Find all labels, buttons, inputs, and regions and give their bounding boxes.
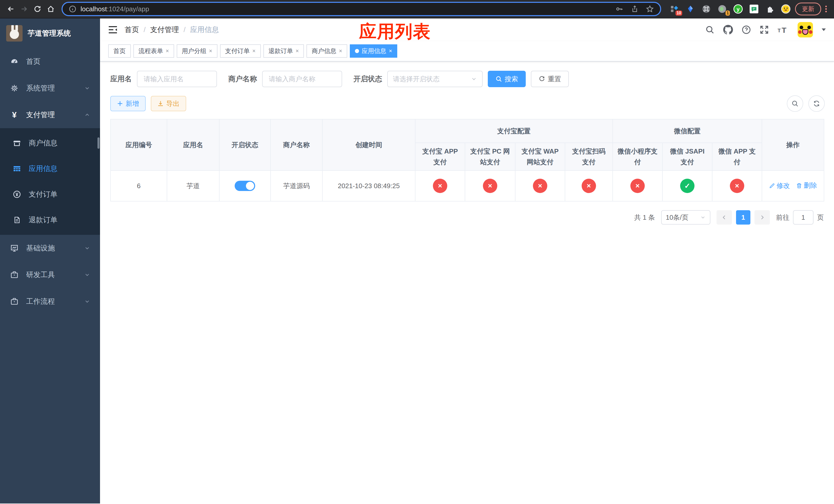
extension-grid-icon[interactable]: 10 — [670, 4, 680, 14]
tag-app-info[interactable]: 应用信息× — [350, 44, 397, 58]
show-search-button[interactable] — [787, 95, 803, 112]
col-alipay-wap: 支付宝 WAP 网站支付 — [515, 143, 565, 170]
home-icon[interactable] — [44, 2, 58, 16]
close-icon[interactable]: × — [296, 48, 299, 54]
breadcrumb-payment[interactable]: 支付管理 — [150, 25, 179, 35]
sidebar-item-merchant-info[interactable]: 商户信息 — [0, 130, 100, 156]
bookmark-star-icon[interactable] — [646, 5, 654, 13]
app-name-input[interactable] — [137, 71, 217, 87]
search-button[interactable]: 搜索 — [488, 71, 526, 87]
pagination-total: 共 1 条 — [634, 213, 655, 222]
profile-avatar-icon[interactable] — [781, 4, 791, 14]
col-app-id: 应用编号 — [111, 119, 167, 170]
site-info-icon[interactable] — [69, 5, 76, 13]
header-search-icon[interactable] — [705, 25, 715, 35]
sidebar-item-payment-order[interactable]: 支付订单 — [0, 182, 100, 207]
cell-actions: 修改删除 — [762, 170, 824, 201]
close-icon[interactable]: × — [209, 48, 212, 54]
close-icon[interactable]: × — [166, 48, 169, 54]
avatar-caret-icon[interactable] — [822, 28, 826, 31]
sidebar-item-system[interactable]: 系统管理 — [0, 75, 100, 101]
status-select[interactable]: 请选择开启状态 — [387, 71, 483, 87]
tag-user-group[interactable]: 用户分组× — [177, 44, 218, 58]
tag-refund-order[interactable]: 退款订单× — [263, 44, 304, 58]
table-toolbar: 新增 导出 — [110, 95, 825, 112]
add-button[interactable]: 新增 — [110, 96, 146, 111]
close-icon[interactable]: × — [253, 48, 256, 54]
address-bar[interactable]: localhost:1024/pay/app — [62, 2, 661, 16]
col-app-name: 应用名 — [167, 119, 219, 170]
edit-link[interactable]: 修改 — [769, 181, 790, 190]
back-icon[interactable] — [4, 2, 18, 16]
fullscreen-icon[interactable] — [760, 25, 769, 35]
download-icon — [157, 100, 163, 107]
page-number-current[interactable]: 1 — [736, 210, 750, 225]
help-icon[interactable] — [742, 25, 751, 35]
close-icon[interactable]: × — [389, 48, 392, 54]
sidebar-item-dev-tools[interactable]: 研发工具 — [0, 261, 100, 288]
breadcrumb-home[interactable]: 首页 — [125, 25, 139, 35]
extension-kite-icon[interactable] — [685, 4, 696, 14]
prev-page-button[interactable] — [717, 210, 732, 225]
tag-home[interactable]: 首页 — [108, 44, 131, 58]
font-size-icon[interactable]: TT — [777, 25, 789, 35]
yen-icon: ¥ — [10, 110, 19, 120]
col-alipay-pc: 支付宝 PC 网站支付 — [465, 143, 515, 170]
browser-update-button[interactable]: 更新 — [795, 3, 821, 15]
user-avatar[interactable] — [797, 22, 813, 38]
chevron-down-icon — [84, 85, 90, 91]
breadcrumb-separator: / — [184, 26, 186, 34]
search-icon — [496, 76, 502, 82]
enabled-toggle[interactable] — [235, 181, 255, 191]
extension-y-icon[interactable]: y — [733, 4, 743, 14]
reload-icon[interactable] — [31, 2, 44, 16]
github-icon[interactable] — [723, 25, 733, 35]
browser-menu-icon[interactable] — [825, 6, 827, 12]
col-wechat-app: 微信 APP 支付 — [712, 143, 762, 170]
reset-button[interactable]: 重置 — [531, 71, 569, 87]
payment-submenu: 商户信息 应用信息 支付订单 退款订单 — [0, 128, 100, 235]
password-key-icon[interactable] — [615, 5, 624, 13]
forward-icon[interactable] — [18, 2, 31, 16]
sidebar-item-workflow[interactable]: 工作流程 — [0, 288, 100, 315]
export-button[interactable]: 导出 — [151, 96, 186, 111]
app-name-label: 应用名 — [110, 74, 132, 84]
yen-circle-icon — [12, 190, 22, 199]
browser-toolbar: localhost:1024/pay/app 10 1 y 更新 — [0, 0, 834, 19]
extensions-puzzle-icon[interactable] — [765, 4, 775, 14]
col-created: 创建时间 — [322, 119, 415, 170]
extension-status-icon[interactable]: 1 — [717, 4, 727, 14]
extension-badge: 10 — [676, 10, 682, 16]
sidebar-item-payment[interactable]: ¥ 支付管理 — [0, 101, 100, 128]
tag-process-form[interactable]: 流程表单× — [133, 44, 174, 58]
sidebar-item-refund-order[interactable]: 退款订单 — [0, 207, 100, 233]
col-actions: 操作 — [762, 119, 824, 170]
cell-app-name: 芋道 — [167, 170, 219, 201]
collapse-sidebar-icon[interactable] — [108, 26, 117, 34]
sidebar: 芋道管理系统 首页 系统管理 ¥ 支付管理 商户信息 应用信息 — [0, 19, 100, 503]
cross-icon: × — [433, 179, 447, 193]
cross-icon: × — [730, 179, 744, 193]
chevron-down-icon — [84, 272, 90, 278]
tag-merchant-info[interactable]: 商户信息× — [306, 44, 347, 58]
refresh-table-button[interactable] — [808, 95, 825, 112]
sidebar-item-home[interactable]: 首页 — [0, 48, 100, 75]
extension-chat-icon[interactable] — [749, 4, 759, 14]
tag-payment-order[interactable]: 支付订单× — [220, 44, 261, 58]
next-page-button[interactable] — [754, 210, 770, 225]
delete-link[interactable]: 删除 — [796, 181, 817, 190]
close-icon[interactable]: × — [339, 48, 342, 54]
page-size-select[interactable]: 10条/页 — [661, 210, 710, 225]
goto-page-input[interactable] — [793, 210, 813, 225]
extension-command-icon[interactable] — [701, 4, 711, 14]
cross-icon: × — [581, 179, 596, 193]
page-content: 应用名 商户名称 开启状态 请选择开启状态 搜索 重置 — [100, 62, 834, 503]
share-icon[interactable] — [631, 5, 639, 13]
app-logo-row[interactable]: 芋道管理系统 — [0, 19, 100, 48]
sidebar-item-infrastructure[interactable]: 基础设施 — [0, 235, 100, 261]
sidebar-item-app-info[interactable]: 应用信息 — [0, 156, 100, 182]
merchant-name-input[interactable] — [262, 71, 342, 87]
cell-alipay-app: × — [415, 170, 465, 201]
main-area: 应用列表 首页 / 支付管理 / 应用信息 TT 首页 流程表单× — [100, 19, 834, 503]
sidebar-scrollbar[interactable] — [97, 137, 100, 149]
